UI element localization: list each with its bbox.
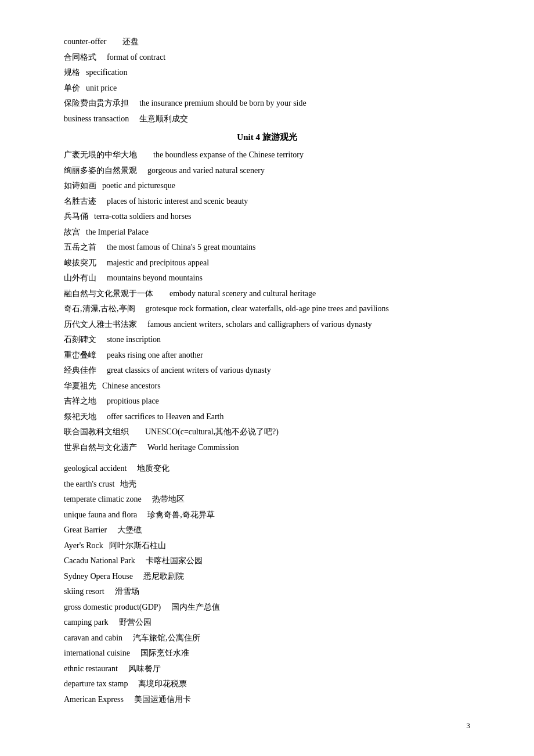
line-amex: American Express美国运通信用卡 xyxy=(64,693,470,707)
line-20: 世界自然与文化遗产World heritage Commission xyxy=(64,441,470,455)
page-number: 3 xyxy=(467,719,471,733)
line-2: 绚丽多姿的自然景观gorgeous and varied natural sce… xyxy=(64,164,470,178)
line-10: 融自然与文化景观于一体embody natural scenery and cu… xyxy=(64,287,470,301)
line-cacadu: Cacadu National Park卡喀杜国家公园 xyxy=(64,554,470,568)
line-18: 祭祀天地offer sacrifices to Heaven and Earth xyxy=(64,410,470,424)
line-4: 名胜古迹places of historic interest and scen… xyxy=(64,195,470,209)
line-departure-tax: departure tax stamp离境印花税票 xyxy=(64,677,470,692)
line-unit-price: 单价unit price xyxy=(64,81,470,96)
line-1: 广袤无垠的中华大地the boundless expanse of the Ch… xyxy=(64,148,470,163)
line-ethnic-restaurant: ethnic restaurant风味餐厅 xyxy=(64,662,470,676)
line-skiing: skiing resort滑雪场 xyxy=(64,585,470,599)
line-temperate: temperate climatic zone热带地区 xyxy=(64,492,470,507)
line-17: 吉祥之地propitious place xyxy=(64,394,470,409)
pre-unit-section: counter-offer还盘 合同格式format of contract 规… xyxy=(64,35,470,126)
unit4-title: Unit 4 旅游观光 xyxy=(64,129,470,145)
line-3: 如诗如画poetic and picturesque xyxy=(64,179,470,193)
post-unit-section: geological accident地质变化 the earth's crus… xyxy=(64,462,470,707)
line-ayers-rock: Ayer's Rock阿叶尔斯石柱山 xyxy=(64,539,470,553)
line-8: 峻拔突兀majestic and precipitous appeal xyxy=(64,256,470,271)
line-sydney: Sydney Opera House悉尼歌剧院 xyxy=(64,570,470,584)
line-13: 石刻碑文stone inscription xyxy=(64,333,470,347)
line-14: 重峦叠嶂peaks rising one after another xyxy=(64,348,470,363)
line-insurance: 保险费由贵方承担the insurance premium should be … xyxy=(64,96,470,111)
line-12: 历代文人雅士书法家famous ancient writers, scholar… xyxy=(64,318,470,332)
line-19: 联合国教科文组织UNESCO(c=cultural,其他不必说了吧?) xyxy=(64,425,470,440)
line-int-cuisine: international cuisine国际烹饪水准 xyxy=(64,646,470,661)
line-16: 华夏祖先Chinese ancestors xyxy=(64,379,470,394)
line-9: 山外有山mountains beyond mountains xyxy=(64,271,470,286)
line-5: 兵马俑terra-cotta soldiers and horses xyxy=(64,210,470,224)
line-6: 故宫the Imperial Palace xyxy=(64,225,470,240)
line-fauna-flora: unique fauna and flora珍禽奇兽,奇花异草 xyxy=(64,508,470,523)
line-11: 奇石,清瀑,古松,亭阁grotesque rock formation, cle… xyxy=(64,302,470,316)
line-business-transaction: business transaction生意顺利成交 xyxy=(64,112,470,127)
line-gdp: gross domestic product(GDP)国内生产总值 xyxy=(64,600,470,615)
line-geological: geological accident地质变化 xyxy=(64,462,470,476)
line-7: 五岳之首the most famous of China's 5 great m… xyxy=(64,240,470,255)
line-15: 经典佳作great classics of ancient writers of… xyxy=(64,363,470,378)
line-great-barrier: Great Barrier大堡礁 xyxy=(64,523,470,538)
line-earths-crust: the earth's crust地壳 xyxy=(64,477,470,492)
line-camping: camping park野营公园 xyxy=(64,615,470,630)
line-contract-format: 合同格式format of contract xyxy=(64,51,470,65)
line-caravan: caravan and cabin汽车旅馆,公寓住所 xyxy=(64,631,470,646)
main-content: counter-offer还盘 合同格式format of contract 规… xyxy=(64,35,470,707)
unit4-content: 广袤无垠的中华大地the boundless expanse of the Ch… xyxy=(64,148,470,455)
spacer-1 xyxy=(64,456,470,462)
line-counter-offer: counter-offer还盘 xyxy=(64,35,470,49)
line-specification: 规格specification xyxy=(64,66,470,80)
